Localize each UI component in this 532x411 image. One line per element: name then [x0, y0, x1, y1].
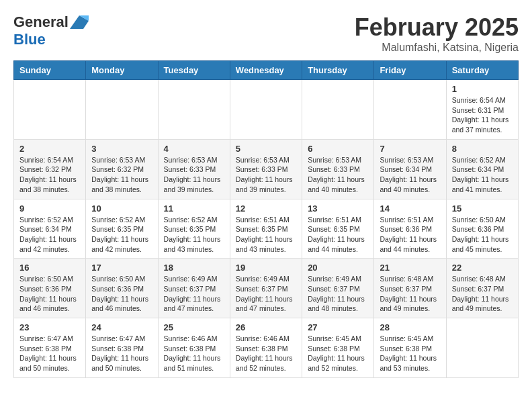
calendar-cell: 18Sunrise: 6:49 AM Sunset: 6:37 PM Dayli… [158, 259, 230, 318]
day-number: 3 [91, 144, 152, 154]
day-info: Sunrise: 6:53 AM Sunset: 6:33 PM Dayligh… [236, 155, 296, 195]
day-number: 16 [19, 263, 80, 273]
day-info: Sunrise: 6:54 AM Sunset: 6:31 PM Dayligh… [452, 95, 513, 135]
day-number: 13 [308, 203, 368, 214]
calendar-cell: 6Sunrise: 6:53 AM Sunset: 6:33 PM Daylig… [302, 139, 374, 199]
logo-general-text: General [13, 13, 69, 31]
calendar-cell: 28Sunrise: 6:45 AM Sunset: 6:38 PM Dayli… [374, 318, 446, 378]
calendar-cell: 19Sunrise: 6:49 AM Sunset: 6:37 PM Dayli… [230, 259, 302, 318]
day-info: Sunrise: 6:49 AM Sunset: 6:37 PM Dayligh… [236, 274, 296, 314]
day-info: Sunrise: 6:49 AM Sunset: 6:37 PM Dayligh… [308, 274, 368, 314]
day-info: Sunrise: 6:48 AM Sunset: 6:37 PM Dayligh… [380, 274, 440, 314]
logo-icon [70, 15, 89, 29]
day-number: 19 [236, 263, 296, 273]
day-info: Sunrise: 6:54 AM Sunset: 6:32 PM Dayligh… [19, 155, 80, 195]
day-number: 9 [19, 203, 80, 214]
calendar-cell: 26Sunrise: 6:46 AM Sunset: 6:38 PM Dayli… [230, 318, 302, 378]
month-year-title: February 2025 [355, 13, 519, 42]
day-info: Sunrise: 6:51 AM Sunset: 6:35 PM Dayligh… [308, 215, 368, 255]
day-number: 10 [91, 203, 152, 214]
day-number: 2 [19, 144, 80, 154]
calendar-table: SundayMondayTuesdayWednesdayThursdayFrid… [13, 60, 519, 378]
day-number: 7 [380, 144, 440, 154]
calendar-day-header: Saturday [446, 61, 518, 80]
day-number: 6 [308, 144, 368, 154]
day-number: 14 [380, 203, 440, 214]
calendar-cell: 13Sunrise: 6:51 AM Sunset: 6:35 PM Dayli… [302, 199, 374, 259]
calendar-cell: 23Sunrise: 6:47 AM Sunset: 6:38 PM Dayli… [14, 318, 86, 378]
calendar-cell [14, 80, 86, 140]
day-info: Sunrise: 6:53 AM Sunset: 6:34 PM Dayligh… [380, 155, 440, 195]
calendar-cell: 3Sunrise: 6:53 AM Sunset: 6:32 PM Daylig… [86, 139, 158, 199]
day-info: Sunrise: 6:46 AM Sunset: 6:38 PM Dayligh… [236, 334, 296, 373]
day-info: Sunrise: 6:49 AM Sunset: 6:37 PM Dayligh… [164, 274, 224, 314]
calendar-cell: 24Sunrise: 6:47 AM Sunset: 6:38 PM Dayli… [86, 318, 158, 378]
day-number: 28 [380, 322, 440, 332]
day-info: Sunrise: 6:51 AM Sunset: 6:35 PM Dayligh… [236, 215, 296, 255]
calendar-cell: 21Sunrise: 6:48 AM Sunset: 6:37 PM Dayli… [374, 259, 446, 318]
day-info: Sunrise: 6:51 AM Sunset: 6:36 PM Dayligh… [380, 215, 440, 255]
day-info: Sunrise: 6:53 AM Sunset: 6:33 PM Dayligh… [164, 155, 224, 195]
calendar-cell: 7Sunrise: 6:53 AM Sunset: 6:34 PM Daylig… [374, 139, 446, 199]
calendar-cell [86, 80, 158, 140]
day-info: Sunrise: 6:52 AM Sunset: 6:35 PM Dayligh… [91, 215, 152, 255]
day-info: Sunrise: 6:52 AM Sunset: 6:35 PM Dayligh… [164, 215, 224, 255]
day-number: 18 [164, 263, 224, 273]
day-number: 15 [452, 203, 513, 214]
day-info: Sunrise: 6:50 AM Sunset: 6:36 PM Dayligh… [19, 274, 80, 314]
day-number: 23 [19, 322, 80, 332]
calendar-cell: 1Sunrise: 6:54 AM Sunset: 6:31 PM Daylig… [446, 80, 518, 140]
calendar-cell: 12Sunrise: 6:51 AM Sunset: 6:35 PM Dayli… [230, 199, 302, 259]
calendar-cell: 25Sunrise: 6:46 AM Sunset: 6:38 PM Dayli… [158, 318, 230, 378]
calendar-cell: 8Sunrise: 6:52 AM Sunset: 6:34 PM Daylig… [446, 139, 518, 199]
day-info: Sunrise: 6:52 AM Sunset: 6:34 PM Dayligh… [452, 155, 513, 195]
day-number: 4 [164, 144, 224, 154]
day-info: Sunrise: 6:46 AM Sunset: 6:38 PM Dayligh… [164, 334, 224, 373]
calendar-week-row: 23Sunrise: 6:47 AM Sunset: 6:38 PM Dayli… [14, 318, 519, 378]
title-section: February 2025 Malumfashi, Katsina, Niger… [355, 13, 519, 54]
day-number: 5 [236, 144, 296, 154]
day-number: 12 [236, 203, 296, 214]
day-number: 22 [452, 263, 513, 273]
logo-blue-text: Blue [13, 31, 46, 48]
day-info: Sunrise: 6:45 AM Sunset: 6:38 PM Dayligh… [308, 334, 368, 373]
logo: General Blue [13, 13, 89, 48]
calendar-cell: 16Sunrise: 6:50 AM Sunset: 6:36 PM Dayli… [14, 259, 86, 318]
day-info: Sunrise: 6:45 AM Sunset: 6:38 PM Dayligh… [380, 334, 440, 373]
calendar-day-header: Friday [374, 61, 446, 80]
calendar-cell: 9Sunrise: 6:52 AM Sunset: 6:34 PM Daylig… [14, 199, 86, 259]
calendar-cell [374, 80, 446, 140]
calendar-week-row: 1Sunrise: 6:54 AM Sunset: 6:31 PM Daylig… [14, 80, 519, 140]
day-info: Sunrise: 6:53 AM Sunset: 6:33 PM Dayligh… [308, 155, 368, 195]
calendar-cell: 2Sunrise: 6:54 AM Sunset: 6:32 PM Daylig… [14, 139, 86, 199]
day-info: Sunrise: 6:50 AM Sunset: 6:36 PM Dayligh… [91, 274, 152, 314]
calendar-week-row: 9Sunrise: 6:52 AM Sunset: 6:34 PM Daylig… [14, 199, 519, 259]
calendar-cell: 5Sunrise: 6:53 AM Sunset: 6:33 PM Daylig… [230, 139, 302, 199]
calendar-cell: 20Sunrise: 6:49 AM Sunset: 6:37 PM Dayli… [302, 259, 374, 318]
calendar-cell: 10Sunrise: 6:52 AM Sunset: 6:35 PM Dayli… [86, 199, 158, 259]
calendar-cell [302, 80, 374, 140]
calendar-day-header: Tuesday [158, 61, 230, 80]
day-info: Sunrise: 6:50 AM Sunset: 6:36 PM Dayligh… [452, 215, 513, 255]
calendar-header-row: SundayMondayTuesdayWednesdayThursdayFrid… [14, 61, 519, 80]
calendar-cell: 15Sunrise: 6:50 AM Sunset: 6:36 PM Dayli… [446, 199, 518, 259]
calendar-cell: 22Sunrise: 6:48 AM Sunset: 6:37 PM Dayli… [446, 259, 518, 318]
calendar-day-header: Monday [86, 61, 158, 80]
calendar-cell [158, 80, 230, 140]
day-number: 26 [236, 322, 296, 332]
day-number: 27 [308, 322, 368, 332]
calendar-cell: 4Sunrise: 6:53 AM Sunset: 6:33 PM Daylig… [158, 139, 230, 199]
day-number: 25 [164, 322, 224, 332]
day-info: Sunrise: 6:52 AM Sunset: 6:34 PM Dayligh… [19, 215, 80, 255]
day-info: Sunrise: 6:48 AM Sunset: 6:37 PM Dayligh… [452, 274, 513, 314]
location-subtitle: Malumfashi, Katsina, Nigeria [355, 42, 519, 54]
calendar-day-header: Sunday [14, 61, 86, 80]
calendar-cell: 27Sunrise: 6:45 AM Sunset: 6:38 PM Dayli… [302, 318, 374, 378]
day-info: Sunrise: 6:47 AM Sunset: 6:38 PM Dayligh… [19, 334, 80, 373]
day-number: 21 [380, 263, 440, 273]
calendar-cell: 17Sunrise: 6:50 AM Sunset: 6:36 PM Dayli… [86, 259, 158, 318]
day-number: 24 [91, 322, 152, 332]
calendar-week-row: 2Sunrise: 6:54 AM Sunset: 6:32 PM Daylig… [14, 139, 519, 199]
calendar-day-header: Thursday [302, 61, 374, 80]
day-info: Sunrise: 6:47 AM Sunset: 6:38 PM Dayligh… [91, 334, 152, 373]
